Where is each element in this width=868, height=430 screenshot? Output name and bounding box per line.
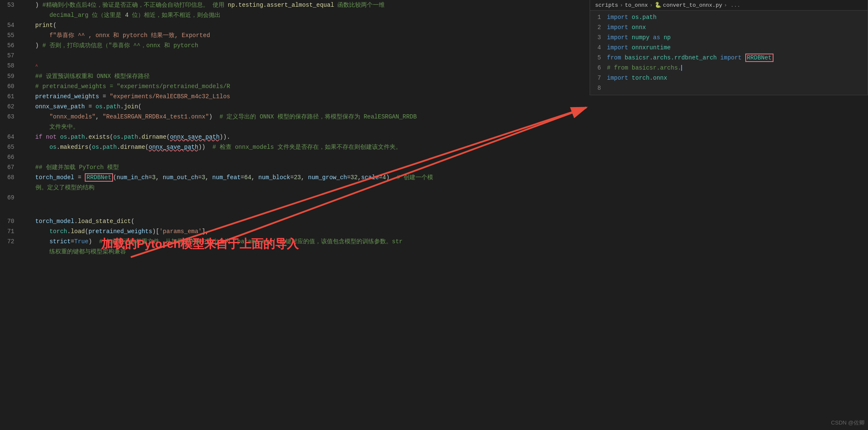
popup-line-5: 5 from basicsr.archs.rrdbnet_arch import… [590, 53, 868, 63]
breadcrumb-sep1: › [620, 2, 623, 8]
popup-ln-7: 7 [590, 73, 607, 83]
popup-line-6: 6 # from basicsr.archs. [590, 63, 868, 73]
popup-panel: scripts › to_onnx › 🐍 convert_to_onnx.py… [590, 0, 868, 95]
popup-line-8: 8 [590, 83, 868, 93]
popup-lc-7: import torch.onnx [607, 73, 868, 83]
breadcrumb-scripts: scripts [595, 2, 618, 8]
annotation-text: 加载的Pytorch模型来自于上面的导入 [101, 236, 299, 252]
breadcrumb-file-name: convert_to_onnx.py [663, 2, 722, 8]
popup-line-7: 7 import torch.onnx [590, 73, 868, 83]
popup-ln-4: 4 [590, 43, 607, 52]
popup-line-4: 4 import onnxruntime [590, 43, 868, 53]
popup-lc-4: import onnxruntime [607, 43, 868, 52]
breadcrumb-sep3: › ... [724, 2, 740, 8]
popup-line-1: 1 import os.path [590, 12, 868, 22]
popup-lc-6: # from basicsr.archs. [607, 63, 868, 73]
popup-ln-8: 8 [590, 83, 607, 93]
popup-line-2: 2 import onnx [590, 22, 868, 32]
popup-lc-3: import numpy as np [607, 33, 868, 42]
popup-lc-2: import onnx [607, 23, 868, 32]
watermark: CSDN @佐卿 [831, 419, 865, 427]
popup-ln-5: 5 [590, 53, 607, 62]
arrow-annotation-to-popup [215, 108, 586, 245]
breadcrumb-icon: 🐍 [655, 2, 661, 8]
popup-breadcrumb: scripts › to_onnx › 🐍 convert_to_onnx.py… [590, 0, 868, 11]
popup-line-3: 3 import numpy as np [590, 32, 868, 43]
popup-ln-1: 1 [590, 13, 607, 22]
popup-ln-3: 3 [590, 33, 607, 42]
arrow-line68-to-popup [131, 108, 586, 257]
editor-container: 53 ) #精确到小数点后4位，验证是否正确，不正确会自动打印信息。 使用 np… [0, 0, 868, 430]
popup-lc-1: import os.path [607, 13, 868, 22]
popup-ln-6: 6 [590, 63, 607, 73]
breadcrumb-to-onnx: to_onnx [625, 2, 648, 8]
popup-code: 1 import os.path 2 import onnx 3 import … [590, 11, 868, 95]
popup-ln-2: 2 [590, 23, 607, 32]
breadcrumb-sep2: › [650, 2, 653, 8]
popup-lc-5: from basicsr.archs.rrdbnet_arch import R… [607, 53, 868, 62]
